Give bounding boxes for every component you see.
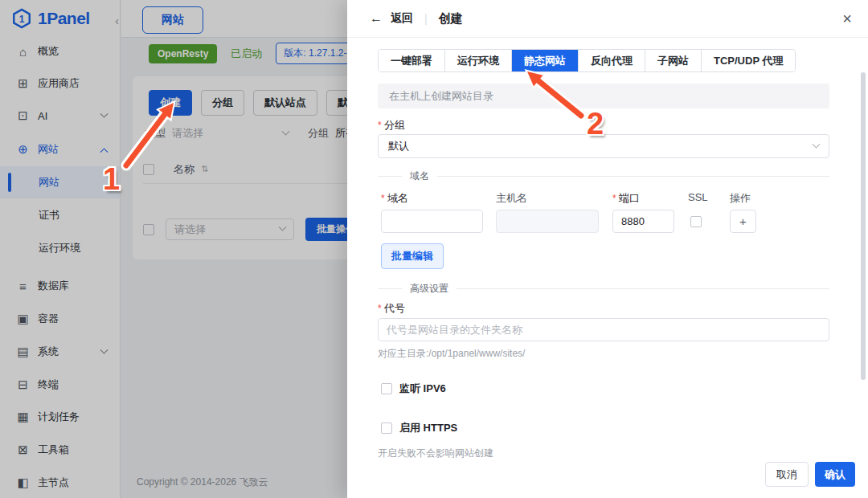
tab-reverse-proxy[interactable]: 反向代理 bbox=[578, 50, 645, 71]
ipv6-label: 监听 IPV6 bbox=[399, 382, 446, 396]
domain-field-label: 域名 bbox=[381, 191, 408, 206]
tab-static-website[interactable]: 静态网站 bbox=[511, 50, 578, 71]
ssl-column-label: SSL bbox=[688, 191, 708, 203]
ipv6-toggle-row: 监听 IPV6 bbox=[381, 382, 446, 396]
domain-section-divider: 域名 bbox=[378, 169, 829, 183]
hostname-field-label: 主机名 bbox=[496, 191, 527, 206]
https-label: 启用 HTTPS bbox=[399, 421, 457, 435]
cancel-button[interactable]: 取消 bbox=[765, 462, 809, 487]
tab-subsite[interactable]: 子网站 bbox=[645, 50, 701, 71]
confirm-button[interactable]: 确认 bbox=[815, 462, 855, 487]
alias-helper: 对应主目录:/opt/1panel/www/sites/ bbox=[378, 347, 525, 361]
https-toggle-row: 启用 HTTPS bbox=[381, 421, 457, 435]
tab-one-click-deploy[interactable]: 一键部署 bbox=[379, 50, 444, 71]
create-type-tabs: 一键部署 运行环境 静态网站 反向代理 子网站 TCP/UDP 代理 bbox=[378, 49, 796, 72]
tab-runtime[interactable]: 运行环境 bbox=[444, 50, 511, 71]
alias-field-label: 代号 bbox=[378, 301, 405, 316]
drawer-title: 创建 bbox=[439, 11, 463, 27]
ops-column-label: 操作 bbox=[730, 191, 751, 206]
create-website-drawer: ← 返回 | 创建 × 一键部署 运行环境 静态网站 反向代理 子网站 TCP/… bbox=[347, 0, 868, 498]
https-checkbox[interactable] bbox=[381, 422, 392, 434]
ipv6-checkbox[interactable] bbox=[381, 383, 392, 394]
group-select[interactable]: 默认 bbox=[378, 134, 829, 158]
back-button[interactable]: 返回 bbox=[391, 11, 413, 26]
info-banner: 在主机上创建网站目录 bbox=[378, 84, 829, 108]
add-domain-button[interactable]: + bbox=[730, 210, 756, 233]
chevron-down-icon bbox=[813, 140, 821, 148]
app: 1 1Panel ‹ ⌂ 概览 ⊞ 应用商店 ⊡ AI ⊕ 网站 网站 证书 bbox=[0, 0, 868, 498]
advanced-section-label: 高级设置 bbox=[402, 282, 457, 296]
alias-input[interactable] bbox=[378, 318, 829, 341]
port-input[interactable] bbox=[612, 210, 674, 233]
group-field-label: 分组 bbox=[378, 118, 405, 133]
divider: | bbox=[424, 12, 428, 25]
advanced-section-divider: 高级设置 bbox=[378, 282, 829, 296]
port-field-label: 端口 bbox=[612, 191, 640, 206]
domain-input[interactable] bbox=[381, 210, 483, 233]
tab-tcp-udp-proxy[interactable]: TCP/UDP 代理 bbox=[701, 50, 795, 71]
domain-section-label: 域名 bbox=[402, 169, 437, 183]
ssl-checkbox[interactable] bbox=[690, 216, 702, 227]
drawer-scrollbar[interactable] bbox=[861, 72, 866, 380]
back-arrow-icon[interactable]: ← bbox=[370, 11, 383, 26]
batch-edit-button[interactable]: 批量编辑 bbox=[381, 243, 444, 269]
drawer-header: ← 返回 | 创建 × bbox=[347, 0, 868, 38]
https-helper: 开启失败不会影响网站创建 bbox=[378, 447, 493, 460]
close-icon[interactable]: × bbox=[842, 10, 852, 27]
hostname-input bbox=[496, 210, 599, 233]
